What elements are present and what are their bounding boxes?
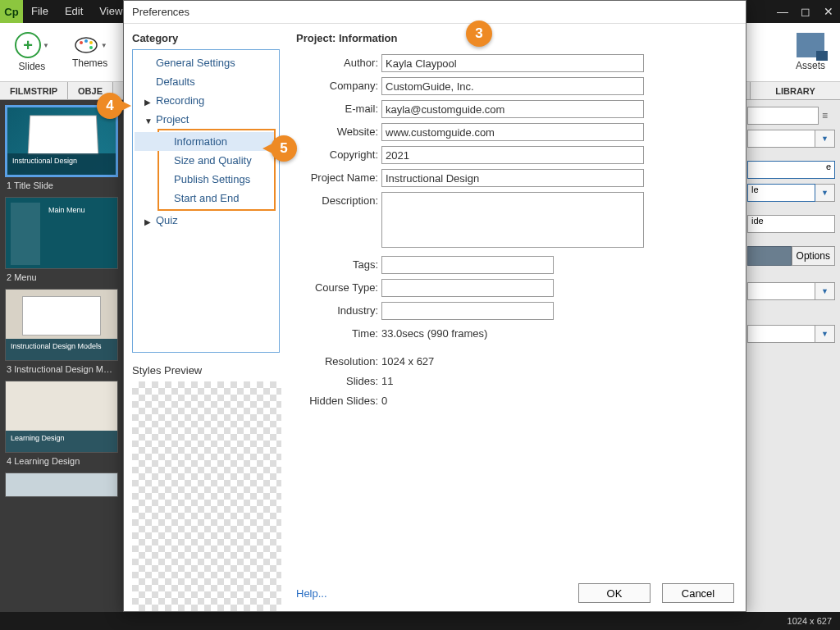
callout-5: 5 — [271, 135, 297, 162]
svg-point-3 — [89, 41, 93, 44]
slide-thumb-1[interactable]: Instructional Design 1 Title Slide — [5, 105, 118, 190]
chevron-down-icon[interactable]: ▼ — [815, 325, 835, 343]
slide-thumb-3[interactable]: Instructional Design Models 3 Instructio… — [5, 289, 118, 374]
assets-icon — [797, 33, 824, 57]
project-name-label: Project Name: — [296, 169, 381, 184]
slides-count-label: Slides: — [296, 372, 381, 387]
website-label: Website: — [296, 123, 381, 138]
slide-label: 3 Instructional Design M… — [5, 364, 118, 374]
tree-recording[interactable]: ▶Recording — [133, 91, 279, 110]
triangle-right-icon: ▶ — [144, 94, 151, 110]
prop-dropdown-2[interactable] — [747, 282, 815, 300]
tree-information[interactable]: Information — [135, 132, 274, 151]
window-close-button[interactable]: ✕ — [817, 2, 840, 21]
tree-project[interactable]: ▼Project — [133, 110, 279, 129]
company-label: Company: — [296, 77, 381, 92]
industry-input[interactable] — [381, 302, 554, 320]
menu-bar: File Edit View — [23, 0, 130, 23]
status-resolution: 1024 x 627 — [788, 616, 832, 626]
tree-quiz[interactable]: ▶Quiz — [133, 211, 279, 230]
website-input[interactable] — [381, 123, 644, 141]
menu-file[interactable]: File — [23, 0, 57, 23]
company-input[interactable] — [381, 77, 644, 95]
window-minimize-button[interactable]: — — [771, 2, 794, 21]
plus-icon: + — [15, 32, 41, 58]
chevron-down-icon[interactable]: ▼ — [815, 282, 835, 300]
assets-tool[interactable]: Assets — [796, 33, 825, 71]
slide-label: 4 Learning Design — [5, 456, 118, 466]
prop-field-e[interactable]: e — [747, 161, 835, 179]
assets-label: Assets — [796, 60, 825, 71]
description-label: Description: — [296, 192, 381, 207]
copyright-label: Copyright: — [296, 146, 381, 161]
tree-defaults[interactable]: Defaults — [133, 72, 279, 91]
copyright-input[interactable] — [381, 146, 644, 164]
prop-field-le[interactable]: le — [747, 184, 815, 202]
panel-heading: Project: Information — [296, 32, 734, 44]
prop-dropdown-1[interactable] — [747, 130, 815, 148]
menu-icon[interactable]: ≡ — [822, 110, 835, 121]
app-logo: Cp — [0, 0, 23, 23]
properties-panel: ≡ ▼ e le▼ ide Options ▼ ▼ — [742, 100, 840, 612]
help-link[interactable]: Help... — [296, 587, 327, 600]
triangle-right-icon: ▶ — [144, 214, 151, 230]
course-type-label: Course Type: — [296, 279, 381, 294]
callout-4: 4 — [97, 93, 123, 119]
tree-general-settings[interactable]: General Settings — [133, 53, 279, 72]
chevron-down-icon[interactable]: ▼ — [815, 184, 835, 202]
styles-preview-area — [132, 381, 281, 611]
filmstrip-panel: Instructional Design 1 Title Slide Main … — [0, 100, 123, 612]
window-maximize-button[interactable]: ◻ — [794, 2, 817, 21]
time-value: 33.0secs (990 frames) — [381, 325, 487, 340]
author-input[interactable] — [381, 54, 644, 72]
tree-size-quality[interactable]: Size and Quality — [135, 151, 274, 170]
email-input[interactable] — [381, 100, 644, 118]
chevron-down-icon: ▼ — [101, 42, 107, 49]
category-label: Category — [132, 32, 280, 44]
industry-label: Industry: — [296, 302, 381, 317]
slides-tool[interactable]: + ▼ Slides — [15, 32, 49, 72]
callout-3: 3 — [466, 21, 492, 47]
course-type-input[interactable] — [381, 279, 554, 297]
tree-publish-settings[interactable]: Publish Settings — [135, 170, 274, 189]
tags-label: Tags: — [296, 256, 381, 271]
themes-label: Themes — [72, 57, 107, 69]
slide-label: 2 Menu — [5, 272, 118, 282]
hidden-slides-value: 0 — [381, 392, 387, 407]
slides-label: Slides — [19, 61, 46, 72]
guide-field[interactable]: ide — [747, 215, 835, 233]
tags-input[interactable] — [381, 256, 554, 274]
time-label: Time: — [296, 325, 381, 340]
resolution-value: 1024 x 627 — [381, 353, 434, 368]
prop-dropdown-3[interactable] — [747, 325, 815, 343]
category-tree: General Settings Defaults ▶Recording ▼Pr… — [132, 49, 280, 353]
ok-button[interactable]: OK — [578, 583, 651, 603]
chevron-down-icon: ▼ — [43, 42, 49, 49]
dialog-title: Preferences — [124, 1, 746, 24]
prop-field-1[interactable] — [747, 107, 819, 125]
svg-point-1 — [80, 41, 83, 44]
hidden-slides-label: Hidden Slides: — [296, 392, 381, 407]
slide-thumb-5[interactable] — [5, 472, 118, 497]
email-label: E-mail: — [296, 100, 381, 115]
tree-start-end[interactable]: Start and End — [135, 189, 274, 208]
tab-filmstrip[interactable]: FILMSTRIP — [0, 82, 68, 99]
cancel-button[interactable]: Cancel — [662, 583, 734, 603]
chevron-down-icon[interactable]: ▼ — [815, 130, 835, 148]
author-label: Author: — [296, 54, 381, 69]
slides-count-value: 11 — [381, 372, 393, 387]
svg-point-4 — [89, 46, 93, 49]
tab-library[interactable]: LIBRARY — [750, 82, 840, 99]
description-textarea[interactable] — [381, 192, 644, 248]
styles-preview-label: Styles Preview — [132, 364, 280, 377]
slide-thumb-2[interactable]: Main Menu 2 Menu — [5, 197, 118, 282]
themes-tool[interactable]: ▼ Themes — [72, 35, 107, 69]
status-bar: 1024 x 627 — [0, 612, 840, 630]
project-name-input[interactable] — [381, 169, 644, 187]
slide-thumb-4[interactable]: Learning Design 4 Learning Design — [5, 381, 118, 466]
dark-button[interactable] — [747, 246, 792, 266]
triangle-down-icon: ▼ — [144, 113, 153, 129]
slide-label: 1 Title Slide — [5, 180, 118, 190]
options-button[interactable]: Options — [792, 246, 836, 266]
menu-edit[interactable]: Edit — [57, 0, 91, 23]
